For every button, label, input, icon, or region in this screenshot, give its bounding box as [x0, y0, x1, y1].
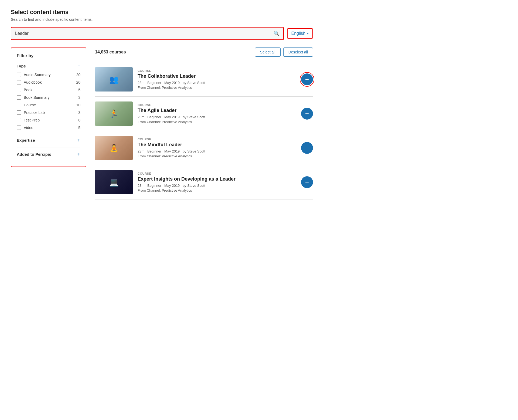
add-course-button[interactable]: + — [301, 108, 313, 120]
course-meta: 23m Beginner May 2019 by Steve Scott — [138, 115, 296, 119]
filter-checkbox-course[interactable] — [17, 103, 21, 107]
course-item: 💻 COURSE Expert Insights on Developing a… — [95, 165, 313, 199]
language-label: English — [291, 31, 305, 36]
course-item: 🧘 COURSE The Mindful Leader 23m Beginner… — [95, 131, 313, 165]
content-header: 14,053 courses Select all Deselect all — [95, 48, 313, 57]
course-type: COURSE — [138, 69, 296, 72]
main-layout: Filter by Type − Audio Summary 20 Audiob… — [11, 48, 313, 199]
filter-checkbox-test-prep[interactable] — [17, 118, 21, 122]
search-icon[interactable]: 🔍 — [274, 31, 280, 36]
filter-count: 5 — [78, 88, 80, 92]
filter-count: 10 — [76, 103, 80, 107]
type-section-header[interactable]: Type − — [17, 63, 80, 69]
course-type: COURSE — [138, 138, 296, 141]
add-course-button[interactable]: + — [301, 142, 313, 154]
filter-item: Video 5 — [17, 126, 80, 130]
filter-label: Book — [24, 88, 32, 92]
added-expand-icon: + — [77, 151, 80, 157]
course-info: COURSE The Collaborative Leader 23m Begi… — [138, 69, 296, 90]
filter-checkbox-book-summary[interactable] — [17, 95, 21, 100]
course-info: COURSE The Agile Leader 23m Beginner May… — [138, 103, 296, 124]
search-box-wrapper: 🔍 — [11, 27, 284, 40]
course-thumbnail: 🧘 — [95, 136, 133, 160]
thumbnail-image: 👥 — [95, 67, 133, 92]
page-title: Select content items — [11, 9, 313, 16]
filter-label: Course — [24, 103, 36, 107]
added-label: Added to Percipio — [17, 152, 51, 157]
search-input[interactable] — [15, 31, 274, 36]
type-toggle-icon: − — [77, 63, 80, 69]
filter-label: Audio Summary — [24, 73, 51, 77]
chevron-down-icon: ▾ — [307, 32, 309, 35]
filter-item: Book Summary 3 — [17, 95, 80, 100]
thumbnail-image: 🏃 — [95, 101, 133, 126]
type-section-label: Type — [17, 64, 26, 68]
course-thumbnail: 🏃 — [95, 101, 133, 126]
course-type: COURSE — [138, 103, 296, 107]
filter-checkbox-audiobook[interactable] — [17, 80, 21, 84]
filter-count: 8 — [78, 118, 80, 122]
filter-item: Audio Summary 20 — [17, 73, 80, 77]
course-name: The Mindful Leader — [138, 142, 296, 148]
course-info: COURSE Expert Insights on Developing as … — [138, 172, 296, 192]
filter-checkbox-practice-lab[interactable] — [17, 110, 21, 115]
expertise-label: Expertise — [17, 138, 35, 143]
select-all-button[interactable]: Select all — [255, 48, 281, 57]
course-channel: From Channel: Predictive Analytics — [138, 154, 296, 158]
filter-count: 5 — [78, 126, 80, 130]
course-list: 👥 COURSE The Collaborative Leader 23m Be… — [95, 62, 313, 199]
page-subtitle: Search to find and include specific cont… — [11, 17, 313, 22]
courses-count: 14,053 courses — [95, 50, 126, 55]
filter-label: Book Summary — [24, 95, 50, 100]
filter-label: Video — [24, 126, 33, 130]
course-name: The Collaborative Leader — [138, 73, 296, 79]
filter-item: Course 10 — [17, 103, 80, 107]
filter-item: Test Prep 8 — [17, 118, 80, 122]
filter-count: 20 — [76, 73, 80, 77]
expertise-expand-icon: + — [77, 137, 80, 143]
added-section[interactable]: Added to Percipio + — [17, 147, 80, 161]
course-channel: From Channel: Predictive Analytics — [138, 188, 296, 192]
filter-item: Audiobook 20 — [17, 80, 80, 84]
add-course-button[interactable]: + — [301, 73, 313, 85]
filter-count: 3 — [78, 95, 80, 100]
course-thumbnail: 👥 — [95, 67, 133, 92]
filter-label: Audiobook — [24, 80, 42, 84]
filter-checkbox-video[interactable] — [17, 126, 21, 130]
filter-item: Practice Lab 3 — [17, 110, 80, 115]
thumbnail-image: 🧘 — [95, 136, 133, 160]
filter-label: Practice Lab — [24, 110, 45, 115]
course-item: 🏃 COURSE The Agile Leader 23m Beginner M… — [95, 97, 313, 131]
course-meta: 23m Beginner May 2019 by Steve Scott — [138, 149, 296, 153]
course-meta: 23m Beginner May 2019 by Steve Scott — [138, 81, 296, 85]
course-channel: From Channel: Predictive Analytics — [138, 120, 296, 124]
thumbnail-image: 💻 — [95, 170, 133, 194]
sidebar: Filter by Type − Audio Summary 20 Audiob… — [11, 48, 86, 167]
language-dropdown[interactable]: English ▾ — [287, 28, 313, 39]
expertise-section[interactable]: Expertise + — [17, 133, 80, 147]
header-actions: Select all Deselect all — [255, 48, 313, 57]
filter-label: Test Prep — [24, 118, 40, 122]
course-channel: From Channel: Predictive Analytics — [138, 86, 296, 90]
search-row: 🔍 English ▾ — [11, 27, 313, 40]
type-filter-list: Audio Summary 20 Audiobook 20 Book 5 Boo… — [17, 73, 80, 130]
course-name: Expert Insights on Developing as a Leade… — [138, 176, 296, 182]
course-meta: 23m Beginner May 2019 by Steve Scott — [138, 184, 296, 188]
course-type: COURSE — [138, 172, 296, 175]
course-thumbnail: 💻 — [95, 170, 133, 194]
add-course-button[interactable]: + — [301, 176, 313, 188]
filter-checkbox-audio-summary[interactable] — [17, 73, 21, 77]
filter-count: 20 — [76, 80, 80, 84]
filter-count: 3 — [78, 110, 80, 115]
deselect-all-button[interactable]: Deselect all — [283, 48, 313, 57]
course-item: 👥 COURSE The Collaborative Leader 23m Be… — [95, 62, 313, 97]
filter-title: Filter by — [17, 53, 80, 58]
filter-item: Book 5 — [17, 88, 80, 92]
content-area: 14,053 courses Select all Deselect all 👥… — [95, 48, 313, 199]
course-name: The Agile Leader — [138, 108, 296, 113]
course-info: COURSE The Mindful Leader 23m Beginner M… — [138, 138, 296, 158]
filter-checkbox-book[interactable] — [17, 88, 21, 92]
